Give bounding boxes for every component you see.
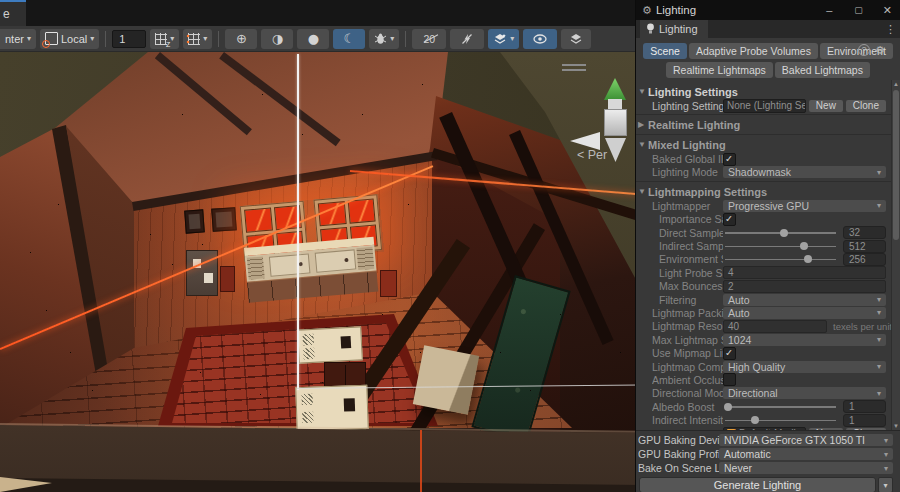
minimize-button[interactable]: – [826,4,832,16]
lightmap-compression-dropdown[interactable]: High Quality [723,361,886,373]
gpu-baking-profile-dropdown[interactable]: Automatic [719,448,893,460]
lightmapper-dropdown[interactable]: Progressive GPU [723,200,886,212]
resolution-unit-label: texels per unit [833,321,892,332]
lightmap-resolution-row: Lightmap Resolution 40 texels per unit [636,320,900,333]
directional-mode-dropdown[interactable]: Directional [723,387,886,399]
tab-realtime-lightmaps[interactable]: Realtime Lightmaps [666,62,773,78]
mode-tabs-row2: Realtime Lightmaps Baked Lightmaps [636,62,900,78]
gizmo-z-axis-cone[interactable] [605,138,626,162]
tool-orientation-dropdown[interactable]: Local ▾ [40,29,99,49]
albedo-boost-value[interactable]: 1 [843,400,886,413]
shading-solid-button[interactable]: ● [297,29,329,49]
direct-samples-slider[interactable] [723,227,838,239]
importance-sampling-checkbox[interactable] [723,213,736,226]
side-table [413,345,479,415]
counter-vent [356,247,374,270]
direct-samples-value[interactable]: 32 [843,226,886,239]
indirect-intensity-slider[interactable] [723,414,838,426]
environment-samples-slider[interactable] [723,253,838,265]
shading-half-button[interactable]: ◑ [261,29,293,49]
tool-pivot-dropdown[interactable]: nter ▾ [0,29,36,49]
debug-button[interactable]: ▾ [369,29,399,49]
tab-scene[interactable]: Scene [643,43,687,59]
scene-view: e nter ▾ Local ▾ 1 Z ▾ [0,0,640,492]
lighting-mode-dropdown[interactable]: Shadowmask [723,166,886,178]
generate-lighting-button[interactable]: Generate Lighting [639,477,876,492]
max-bounces-field[interactable]: 2 [723,280,886,293]
panel-menu-icon[interactable]: ⋮ [885,23,896,36]
environment-samples-value[interactable]: 256 [843,253,886,266]
scene-tab[interactable]: e [0,0,26,26]
bake-on-scene-load-dropdown[interactable]: Never [719,462,893,474]
direct-samples-row: Direct Samples 32 [636,226,900,239]
maximize-button[interactable]: ▢ [854,5,863,15]
albedo-boost-slider[interactable] [723,401,838,413]
section-lighting-settings[interactable]: ▼Lighting Settings [636,84,900,99]
section-mixed-lighting[interactable]: ▼Mixed Lighting [636,137,900,152]
window-title: Lighting [656,4,696,16]
max-lightmap-size-dropdown[interactable]: 1024 [723,334,886,346]
lighting-settings-asset-row: Lighting Settings As None (Lighting Sett… [636,99,900,112]
light-probe-samples-field[interactable]: 4 [723,266,886,279]
baked-gi-checkbox[interactable] [723,153,736,166]
lighting-settings-asset-field[interactable]: None (Lighting Setti ⊙ [723,99,806,113]
indirect-intensity-value[interactable]: 1 [843,414,886,427]
max-lightmap-size-row: Max Lightmap Size 1024 [636,333,900,346]
lighting-mode-row: Lighting Mode Shadowmask [636,166,900,179]
layers-icon [569,33,583,45]
lightning-slash-icon [461,33,473,45]
window-title-bar[interactable]: ⚙ Lighting – ▢ ✕ [636,0,900,20]
filtering-dropdown[interactable]: Auto [723,294,886,306]
scrollbar-thumb[interactable] [893,90,899,240]
pivot-label: nter [5,33,24,45]
projection-label[interactable]: < Per [577,148,607,162]
indirect-samples-value[interactable]: 512 [843,240,886,253]
scene-tab-bar: e [0,0,640,26]
panel-scrollbar[interactable]: ▲ ▼ [891,80,900,430]
ambient-occlusion-row: Ambient Occlusion [636,373,900,386]
grid-size-field[interactable]: 1 [112,30,146,48]
lightmap-resolution-field[interactable]: 40 [723,320,827,333]
gpu-baking-device-row: GPU Baking Device NVIDIA GeForce GTX 105… [636,433,900,447]
grid-snap-button[interactable]: ▾ [183,29,212,49]
tab-adaptive-probe-volumes[interactable]: Adaptive Probe Volumes [689,43,818,59]
effects-dropdown[interactable]: ▾ [488,29,519,49]
indirect-samples-slider[interactable] [723,240,838,252]
scene-viewport[interactable]: < Per [0,52,640,492]
lightmap-packing-dropdown[interactable]: Auto [723,307,886,319]
panel-header-icons: ? ⚙ [858,44,886,56]
help-icon[interactable]: ? [858,44,870,56]
gizmo-cube[interactable] [604,109,627,136]
ambient-occlusion-checkbox[interactable] [723,373,736,386]
orientation-gizmo[interactable] [596,78,640,188]
lighting-window: ⚙ Lighting – ▢ ✕ Lighting ⋮ Scene Adapti… [635,0,900,492]
scene-visibility-button[interactable] [523,29,557,49]
chevron-down-icon: ▾ [27,34,31,43]
shading-night-button[interactable]: ☾ [333,29,365,49]
gizmo-y-axis-cone[interactable] [604,78,626,100]
section-lightmapping-settings[interactable]: ▼Lightmapping Settings [636,184,900,199]
chevron-down-icon: ▾ [203,34,207,43]
use-mipmap-limits-checkbox[interactable] [723,347,736,360]
new-button[interactable]: New [809,100,843,112]
toggle-20-button[interactable]: 20 [412,29,446,49]
chevron-down-icon: ▾ [170,34,174,43]
scroll-down-icon[interactable]: ▼ [892,423,900,429]
clone-button[interactable]: Clone [846,100,886,112]
panel-tab-lighting[interactable]: Lighting [640,20,708,38]
gear-icon[interactable]: ⚙ [874,44,886,56]
overlay-drag-handle[interactable] [562,64,586,71]
lighting-off-button[interactable] [450,29,484,49]
grid-axis-button[interactable]: Z ▾ [150,29,179,49]
gpu-baking-device-dropdown[interactable]: NVIDIA GeForce GTX 1050 TI [719,434,893,446]
scroll-up-icon[interactable]: ▲ [892,81,900,87]
tab-baked-lightmaps[interactable]: Baked Lightmaps [775,62,870,78]
lightmap-compression-row: Lightmap Compressi High Quality [636,360,900,373]
close-button[interactable]: ✕ [883,4,892,17]
bug-icon [374,33,387,45]
section-realtime-lighting[interactable]: ▶Realtime Lighting [636,117,900,132]
sink [315,249,357,272]
generate-lighting-dropdown[interactable]: ▾ [878,477,893,492]
shading-wire-button[interactable]: ⊕ [225,29,257,49]
layers-button[interactable] [561,29,591,49]
